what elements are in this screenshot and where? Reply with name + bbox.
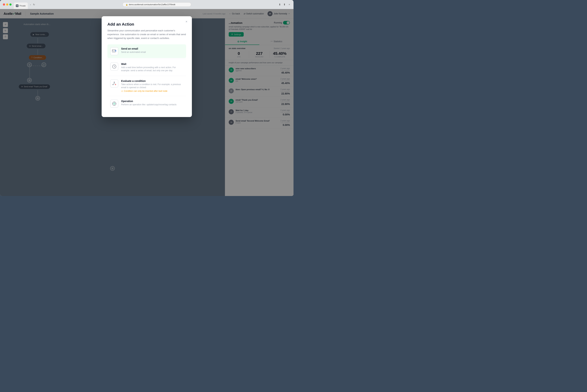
tab-label: Private	[20, 5, 26, 7]
back-nav-button[interactable]: ‹	[30, 3, 31, 6]
condition-title: Evaluate a condition	[121, 80, 183, 82]
browser-toolbar: ⬇ ⬆ ＋	[279, 3, 290, 6]
svg-point-3	[114, 82, 115, 82]
close-window-button[interactable]	[3, 4, 5, 6]
wait-title: Wait	[121, 62, 183, 66]
minimize-window-button[interactable]	[6, 4, 8, 6]
operation-title: Operation	[121, 100, 177, 102]
send-email-icon	[112, 50, 116, 53]
tab-favicon: M	[16, 4, 19, 7]
operation-desc: Perform an operation like: update/copy/m…	[121, 103, 177, 106]
action-option-operation[interactable]: Operation Perform an operation like: upd…	[107, 97, 186, 110]
action-option-condition[interactable]: Evaluate a condition Take actions when a…	[107, 77, 186, 95]
operation-icon-wrap	[110, 100, 118, 108]
send-email-title: Send an email	[121, 47, 146, 50]
warning-icon: ⚠	[121, 90, 123, 92]
new-tab-icon[interactable]: ＋	[288, 3, 290, 6]
condition-info: Evaluate a condition Take actions when a…	[121, 80, 183, 92]
modal-title: Add an Action	[107, 22, 186, 27]
traffic-lights	[3, 4, 12, 6]
browser-tab[interactable]: M Private	[14, 2, 28, 9]
condition-desc: Take actions when a condition is met. Fo…	[121, 83, 183, 89]
wait-icon-wrap	[110, 62, 118, 70]
add-action-modal: × Add an Action Streamline your communic…	[102, 16, 192, 117]
condition-warning: ⚠ Condition can only be inserted after l…	[121, 90, 183, 92]
action-option-send-email[interactable]: Send an email Send an automated email	[107, 44, 186, 58]
svg-point-7	[114, 103, 115, 104]
address-bar[interactable]: 🔒 demo.acellemail.com/automation/5e12aff…	[123, 2, 191, 7]
svg-point-4	[113, 84, 113, 85]
address-url: demo.acellemail.com/automation/5e12affbc…	[129, 4, 175, 6]
action-option-wait[interactable]: Wait Add a wait time before proceeding w…	[107, 60, 186, 75]
refresh-nav-button[interactable]: ↻	[33, 3, 35, 6]
modal-close-button[interactable]: ×	[184, 19, 189, 24]
send-email-desc: Send an automated email	[121, 51, 146, 54]
condition-icon	[112, 81, 116, 86]
send-email-info: Send an email Send an automated email	[121, 47, 146, 54]
share-icon[interactable]: ⬆	[283, 3, 285, 6]
operation-info: Operation Perform an operation like: upd…	[121, 100, 177, 106]
wait-desc: Add a wait time before proceeding with a…	[121, 66, 183, 72]
modal-description: Streamline your communication and person…	[107, 29, 186, 40]
fullscreen-window-button[interactable]	[10, 4, 12, 6]
divider-1	[107, 59, 186, 59]
condition-icon-wrap	[110, 80, 118, 88]
svg-point-5	[115, 84, 116, 85]
send-email-icon-wrap	[110, 47, 118, 55]
operation-icon	[112, 102, 116, 106]
modal-overlay[interactable]: × Add an Action Streamline your communic…	[0, 9, 294, 196]
wait-info: Wait Add a wait time before proceeding w…	[121, 62, 183, 72]
wait-icon	[112, 64, 116, 69]
divider-2	[107, 76, 186, 76]
address-favicon: 🔒	[126, 4, 128, 6]
download-icon[interactable]: ⬇	[279, 3, 281, 6]
